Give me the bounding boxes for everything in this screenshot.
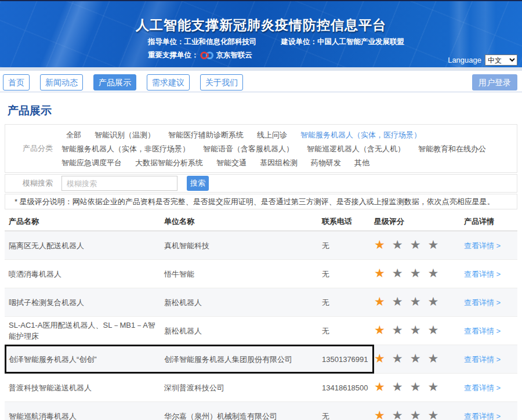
contact-phone: 无: [322, 269, 374, 280]
detail-cell: 查看详情 >: [464, 411, 517, 420]
nav-tab-2[interactable]: 产品展示: [93, 74, 136, 90]
nav-tab-1[interactable]: 新闻动态: [40, 74, 83, 90]
star-empty-icon: ★: [427, 380, 438, 393]
star-empty-icon: ★: [392, 408, 403, 420]
category-item[interactable]: 智能服务机器人（实体，非医疗场景）: [61, 144, 190, 153]
star-empty-icon: ★: [392, 238, 403, 251]
view-detail-link[interactable]: 查看详情 >: [464, 327, 501, 335]
category-item[interactable]: 智能教育和在线办公: [418, 144, 486, 153]
contact-phone: 无: [322, 297, 374, 308]
star-empty-icon: ★: [410, 266, 421, 280]
star-empty-icon: ★: [410, 238, 421, 251]
star-rating: ★★★★: [374, 239, 464, 252]
star-empty-icon: ★: [410, 352, 421, 365]
table-row: SL-AC1-A医用配送机器人、SL－MB1－A智能护理床新松机器人无★★★★查…: [5, 317, 517, 345]
star-empty-icon: ★: [392, 323, 403, 336]
star-empty-icon: ★: [427, 295, 438, 308]
view-detail-link[interactable]: 查看详情 >: [464, 383, 501, 392]
category-item[interactable]: 大数据智能分析系统: [135, 158, 203, 167]
category-row: 智能应急调度平台大数据智能分析系统智能交通基因组检测药物研发其他: [61, 155, 517, 169]
guide-unit-text: 指导单位：工业和信息化部科技司: [148, 37, 257, 47]
product-name: SL-AC1-A医用配送机器人、SL－MB1－A智能护理床: [9, 320, 164, 342]
fuzzy-search-panel: 模糊搜索 搜索: [5, 174, 517, 193]
star-filled-icon: ★: [374, 266, 385, 280]
star-rating: ★★★★: [374, 324, 464, 337]
search-input[interactable]: [61, 176, 177, 191]
category-row: 智能服务机器人（实体，非医疗场景）智能语音（含客服机器人）智能巡逻机器人（含无人…: [61, 142, 517, 155]
category-item[interactable]: 智能应急调度平台: [61, 158, 122, 167]
company-name: 新松机器人: [164, 297, 322, 308]
product-category-panel: 产品分类 全部智能识别（温测）智能医疗辅助诊断系统线上问诊智能服务机器人（实体，…: [5, 124, 517, 173]
company-name: 华尔嘉（泉州）机械制造有限公司: [164, 411, 322, 420]
table-header-row: 产品名称单位名称联系电话星级评分产品详情: [5, 213, 517, 231]
language-area: Language 中文: [448, 55, 517, 66]
column-header: 产品名称: [9, 216, 164, 227]
detail-cell: 查看详情 >: [464, 354, 517, 365]
table-row: 喷洒消毒机器人悟牛智能无★★★★查看详情 >: [5, 260, 517, 288]
product-name: 咽拭子检测复合机器人: [9, 297, 164, 308]
page-title: 产品展示: [8, 103, 522, 118]
contact-phone: 无: [322, 240, 374, 251]
category-item[interactable]: 智能服务机器人（实体，医疗场景）: [300, 131, 421, 139]
category-item[interactable]: 智能巡逻机器人（含无人机）: [307, 144, 405, 153]
product-name: 智能巡航消毒机器人: [9, 411, 164, 420]
column-header: 产品详情: [464, 216, 517, 227]
company-name: 新松机器人: [164, 325, 322, 336]
category-item[interactable]: 智能识别（温测）: [95, 131, 155, 139]
nav-tab-0[interactable]: 首页: [3, 74, 30, 90]
language-label: Language: [448, 56, 481, 64]
contact-phone: 无: [322, 411, 374, 420]
category-item[interactable]: 智能语音（含客服机器人）: [203, 144, 293, 153]
star-empty-icon: ★: [392, 266, 403, 280]
star-empty-icon: ★: [427, 266, 438, 280]
search-button[interactable]: 搜索: [187, 176, 209, 191]
column-header: 单位名称: [164, 216, 322, 227]
contact-phone: 13418618500: [322, 382, 374, 393]
view-detail-link[interactable]: 查看详情 >: [464, 298, 501, 307]
category-item[interactable]: 基因组检测: [260, 158, 298, 167]
star-filled-icon: ★: [374, 295, 385, 308]
table-row: 隔离区无人配送机器人真机智能科技无★★★★查看详情 >: [5, 231, 517, 260]
company-name: 真机智能科技: [164, 240, 322, 251]
nav-tab-3[interactable]: 需求建议: [147, 74, 190, 90]
site-banner: 人工智能支撑新冠肺炎疫情防控信息平台 指导单位：工业和信息化部科技司 建设单位：…: [0, 1, 522, 67]
nav-bottom-strip: [0, 91, 522, 93]
view-detail-link[interactable]: 查看详情 >: [464, 355, 501, 364]
table-row: 咽拭子检测复合机器人新松机器人无★★★★查看详情 >: [5, 288, 517, 317]
company-name: 创泽智能服务机器人集团股份有限公司: [164, 354, 322, 365]
language-select[interactable]: 中文: [485, 55, 517, 66]
product-table: 产品名称单位名称联系电话星级评分产品详情 隔离区无人配送机器人真机智能科技无★★…: [5, 213, 517, 420]
product-name: 创泽智能服务机器人“创创”: [9, 354, 164, 365]
detail-cell: 查看详情 >: [464, 240, 517, 251]
view-detail-link[interactable]: 查看详情 >: [464, 241, 501, 250]
detail-cell: 查看详情 >: [464, 269, 517, 280]
view-detail-link[interactable]: 查看详情 >: [464, 270, 501, 278]
star-rating-note: * 星级评分说明：网站依据企业的产品资料是否完整、是否提交应用证明、是否通过第三…: [5, 194, 517, 209]
nav-tab-4[interactable]: 关于我们: [200, 74, 243, 90]
table-row: 创泽智能服务机器人“创创”创泽智能服务机器人集团股份有限公司1350137699…: [5, 345, 517, 374]
category-item[interactable]: 全部: [66, 131, 81, 139]
view-detail-link[interactable]: 查看详情 >: [464, 412, 501, 420]
star-empty-icon: ★: [427, 352, 438, 365]
category-item[interactable]: 线上问诊: [257, 131, 287, 139]
detail-cell: 查看详情 >: [464, 297, 517, 308]
star-filled-icon: ★: [374, 380, 385, 393]
star-empty-icon: ★: [392, 380, 403, 393]
star-rating: ★★★★: [374, 381, 464, 394]
star-empty-icon: ★: [427, 238, 438, 251]
star-empty-icon: ★: [410, 295, 421, 308]
category-item[interactable]: 其他: [354, 158, 369, 167]
category-item[interactable]: 智能医疗辅助诊断系统: [168, 131, 244, 139]
product-name: 隔离区无人配送机器人: [9, 240, 164, 251]
product-name: 喷洒消毒机器人: [9, 269, 164, 280]
category-item[interactable]: 药物研发: [311, 158, 341, 167]
star-empty-icon: ★: [427, 323, 438, 336]
category-item[interactable]: 智能交通: [216, 158, 246, 167]
user-login-button[interactable]: 用户登录: [472, 74, 517, 90]
star-filled-icon: ★: [374, 408, 385, 420]
main-nav: 首页新闻动态产品展示需求建议关于我们 用户登录: [0, 71, 522, 91]
search-label: 模糊搜索: [5, 178, 61, 189]
star-rating: ★★★★: [374, 267, 464, 280]
contact-phone: 无: [322, 325, 374, 336]
category-items: 全部智能识别（温测）智能医疗辅助诊断系统线上问诊智能服务机器人（实体，医疗场景）…: [61, 128, 517, 169]
